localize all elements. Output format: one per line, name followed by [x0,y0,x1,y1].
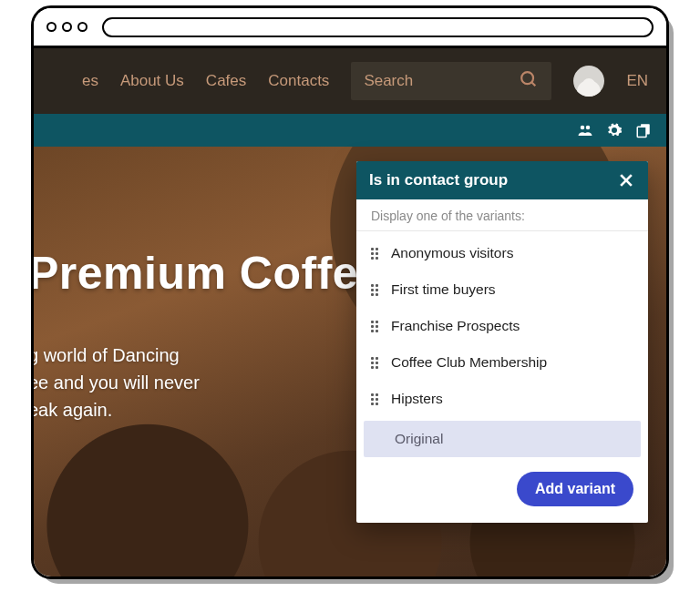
variants-list: Anonymous visitorsFirst time buyersFranc… [356,231,648,457]
drag-handle-icon[interactable] [371,357,380,369]
variant-label: Franchise Prospects [391,318,520,334]
variant-item-selected[interactable]: Original [364,421,641,457]
nav-link-cafes[interactable]: Cafes [206,72,246,90]
svg-point-3 [586,126,591,130]
search-box[interactable] [351,62,551,100]
language-selector[interactable]: EN [626,72,648,90]
window-controls[interactable] [46,22,88,32]
viewport: es About Us Cafes Contacts EN [34,48,666,576]
gear-icon[interactable] [606,122,623,138]
browser-frame: es About Us Cafes Contacts EN [31,5,669,579]
close-icon[interactable] [617,171,635,189]
panel-subtitle: Display one of the variants: [356,199,648,231]
nav-link-about[interactable]: About Us [120,72,184,90]
panel-title: Is in contact group [369,171,508,189]
site-header: es About Us Cafes Contacts EN [34,48,666,114]
variant-label: Anonymous visitors [391,245,513,261]
personas-icon[interactable] [577,122,593,138]
drag-handle-icon[interactable] [371,284,380,296]
page-toolbar [34,114,666,147]
avatar[interactable] [573,66,604,97]
address-bar[interactable] [102,17,654,37]
variant-item[interactable]: First time buyers [356,271,648,308]
nav-link-contacts[interactable]: Contacts [268,72,329,90]
svg-rect-5 [637,127,646,137]
variants-panel: Is in contact group Display one of the v… [356,161,648,523]
nav-link-partial[interactable]: es [82,72,98,90]
drag-handle-icon[interactable] [371,393,380,405]
search-input[interactable] [364,72,491,90]
variant-label: Original [395,431,443,447]
svg-point-0 [522,72,534,84]
variant-label: Coffee Club Membership [391,354,547,371]
svg-line-1 [532,82,536,86]
variant-item[interactable]: Franchise Prospects [356,308,648,344]
variant-item[interactable]: Hipsters [356,381,648,417]
variant-item[interactable]: Anonymous visitors [356,235,648,271]
drag-handle-icon[interactable] [371,321,380,332]
svg-point-2 [581,126,585,130]
browser-titlebar [34,8,666,48]
panel-header: Is in contact group [356,161,648,199]
panel-footer: Add variant [356,457,648,523]
variant-label: First time buyers [391,281,496,298]
drag-handle-icon[interactable] [371,248,380,260]
variant-item[interactable]: Coffee Club Membership [356,344,648,381]
search-icon[interactable] [519,69,539,94]
copy-icon[interactable] [635,122,652,138]
hero-copy: g world of Dancing ee and you will never… [34,342,302,423]
add-variant-button[interactable]: Add variant [517,472,633,506]
variant-label: Hipsters [391,391,443,407]
